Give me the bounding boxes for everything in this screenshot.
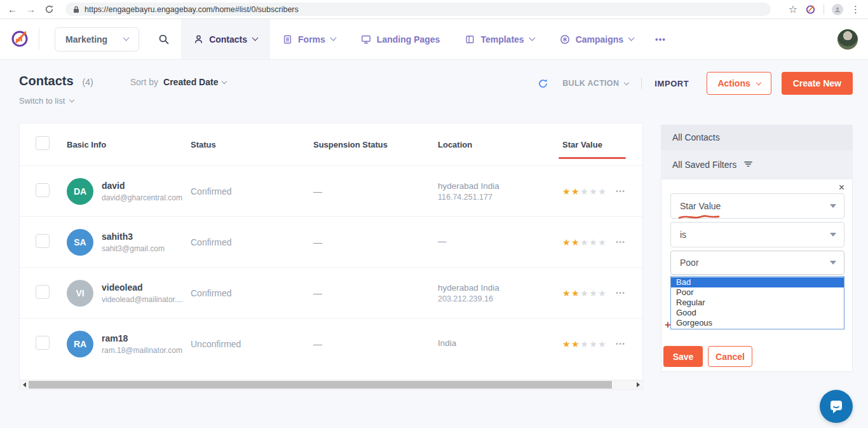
nav-item-campaigns[interactable]: Campaigns <box>547 19 646 59</box>
back-icon[interactable]: ← <box>8 4 17 14</box>
chevron-down-icon <box>330 35 336 41</box>
star-empty-icon[interactable]: ★ <box>589 186 598 197</box>
nav-item-forms[interactable]: Forms <box>270 19 348 59</box>
column-location[interactable]: Location <box>438 140 562 149</box>
contact-email: ram.18@mailinator.com <box>102 346 182 355</box>
bookmark-star-icon[interactable]: ☆ <box>789 4 797 15</box>
row-checkbox[interactable] <box>36 285 50 299</box>
avatar[interactable]: DA <box>67 178 93 205</box>
scroll-right-icon[interactable] <box>634 380 642 389</box>
star-empty-icon[interactable]: ★ <box>598 237 607 247</box>
scroll-left-icon[interactable] <box>20 380 29 389</box>
star-rating[interactable]: ★★★★★ <box>562 339 607 349</box>
star-empty-icon[interactable]: ★ <box>589 339 598 349</box>
browser-profile-icon[interactable] <box>832 4 843 15</box>
engagebay-logo-icon[interactable] <box>10 28 30 50</box>
sort-by-select[interactable]: Created Date <box>163 77 226 87</box>
bulk-action-button[interactable]: BULK ACTION <box>562 79 628 88</box>
save-button[interactable]: Save <box>663 346 703 367</box>
star-filled-icon[interactable]: ★ <box>571 237 580 247</box>
all-contacts-item[interactable]: All Contacts <box>661 125 853 150</box>
horizontal-scrollbar[interactable] <box>20 380 642 389</box>
actions-button[interactable]: Actions <box>707 72 771 95</box>
star-empty-icon[interactable]: ★ <box>589 288 598 298</box>
avatar[interactable]: RA <box>67 331 93 357</box>
close-icon[interactable]: × <box>839 183 844 193</box>
table-row[interactable]: VI videolead videolead@mailinator.... Co… <box>20 268 642 319</box>
column-basic-info[interactable]: Basic Info <box>67 140 191 149</box>
avatar[interactable]: SA <box>67 229 93 256</box>
workspace-select[interactable]: Marketing <box>55 27 139 52</box>
select-all-checkbox[interactable] <box>36 136 50 150</box>
star-filled-icon[interactable]: ★ <box>562 288 571 298</box>
row-checkbox[interactable] <box>36 183 50 197</box>
cancel-button[interactable]: Cancel <box>708 346 752 367</box>
create-new-button[interactable]: Create New <box>782 72 853 95</box>
star-rating[interactable]: ★★★★★ <box>562 237 607 247</box>
chevron-down-icon <box>756 79 761 85</box>
listbox-option[interactable]: Poor <box>671 287 844 298</box>
star-empty-icon[interactable]: ★ <box>580 237 589 247</box>
star-filled-icon[interactable]: ★ <box>562 339 571 349</box>
switch-to-list-button[interactable]: Switch to list <box>19 96 74 106</box>
scrollbar-thumb[interactable] <box>29 381 612 389</box>
listbox-option[interactable]: Bad <box>671 277 844 287</box>
nav-label: Landing Pages <box>377 34 440 45</box>
nav-more-button[interactable]: ••• <box>646 19 675 59</box>
star-rating[interactable]: ★★★★★ <box>562 288 607 298</box>
filter-value-select[interactable]: Poor <box>670 251 844 275</box>
star-filled-icon[interactable]: ★ <box>571 186 580 197</box>
nav-item-templates[interactable]: Templates <box>452 19 546 59</box>
listbox-option[interactable]: Good <box>671 308 844 318</box>
forward-icon[interactable]: → <box>26 4 36 14</box>
search-icon[interactable] <box>158 34 170 45</box>
chat-launcher-button[interactable] <box>820 390 853 423</box>
row-checkbox[interactable] <box>36 336 50 350</box>
row-menu-icon[interactable]: ••• <box>616 341 625 347</box>
column-suspension-status[interactable]: Suspension Status <box>313 140 438 149</box>
extension-logo-icon[interactable] <box>805 4 816 15</box>
divider <box>824 4 824 15</box>
all-saved-filters-item[interactable]: All Saved Filters <box>661 150 853 179</box>
star-rating[interactable]: ★★★★★ <box>562 186 607 197</box>
listbox-option[interactable]: Gorgeous <box>671 318 844 328</box>
star-empty-icon[interactable]: ★ <box>598 288 607 298</box>
reload-icon[interactable] <box>44 4 54 14</box>
listbox-option[interactable]: Regular <box>671 298 844 308</box>
column-star-value[interactable]: Star Value <box>562 140 642 149</box>
header-actions: BULK ACTION IMPORT Actions Create New <box>538 72 853 95</box>
filter-field-dropdown[interactable]: Star Value <box>670 193 844 219</box>
star-empty-icon[interactable]: ★ <box>589 237 598 247</box>
nav-item-contacts[interactable]: Contacts <box>181 19 270 59</box>
row-menu-icon[interactable]: ••• <box>616 239 625 245</box>
star-empty-icon[interactable]: ★ <box>580 339 589 349</box>
table-row[interactable]: RA ram18 ram.18@mailinator.com Unconfirm… <box>20 319 642 369</box>
import-button[interactable]: IMPORT <box>654 79 689 88</box>
star-empty-icon[interactable]: ★ <box>598 339 607 349</box>
red-scribble-annotation <box>678 214 720 219</box>
row-menu-icon[interactable]: ••• <box>616 290 625 296</box>
avatar[interactable]: VI <box>67 280 93 307</box>
table-row[interactable]: SA sahith3 sahit3@gmail.com Confirmed — … <box>20 217 642 268</box>
filter-operator-dropdown[interactable]: is <box>670 222 844 247</box>
nav-item-landing-pages[interactable]: Landing Pages <box>348 19 453 59</box>
star-filled-icon[interactable]: ★ <box>562 237 571 247</box>
star-empty-icon[interactable]: ★ <box>598 186 607 197</box>
star-filled-icon[interactable]: ★ <box>562 186 571 197</box>
table-row[interactable]: DA david david@gharcentral.com Confirmed… <box>20 166 642 217</box>
url-bar[interactable]: https://engagebayru.engagebay.com/home#l… <box>65 3 771 16</box>
column-status[interactable]: Status <box>191 140 313 149</box>
row-menu-icon[interactable]: ••• <box>616 188 625 195</box>
user-avatar[interactable] <box>837 29 858 50</box>
actions-label: Actions <box>717 78 750 88</box>
browser-menu-icon[interactable]: ⋮ <box>851 4 860 14</box>
star-filled-icon[interactable]: ★ <box>571 288 580 298</box>
star-filled-icon[interactable]: ★ <box>571 339 580 349</box>
chevron-down-icon <box>252 35 259 41</box>
star-empty-icon[interactable]: ★ <box>580 288 589 298</box>
row-checkbox[interactable] <box>36 234 50 248</box>
refresh-icon[interactable] <box>538 78 548 89</box>
suspension-status: — <box>313 237 438 247</box>
page-header: Contacts (4) Sort by Created Date <box>19 74 226 88</box>
star-empty-icon[interactable]: ★ <box>580 186 589 197</box>
